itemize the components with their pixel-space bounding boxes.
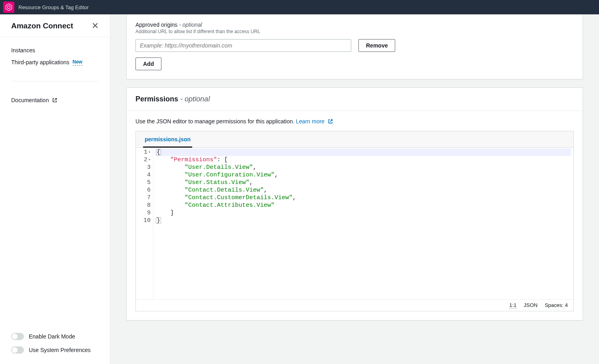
toggle-system-preferences[interactable]: Use System Preferences <box>11 343 99 357</box>
topbar: Resource Groups & Tag Editor <box>0 0 599 14</box>
line-gutter: 1▾2▾345678910 <box>136 148 153 299</box>
topbar-title[interactable]: Resource Groups & Tag Editor <box>18 4 89 10</box>
sidebar-item-instances[interactable]: Instances <box>11 44 99 56</box>
approved-origins-panel: Approved origins - optional Additional U… <box>126 14 583 79</box>
cursor-position[interactable]: 1:1 <box>509 302 516 309</box>
permissions-title: Permissions - optional <box>135 95 210 103</box>
code-editor[interactable]: 1▾2▾345678910 { "Permissions": [ "User.D… <box>136 148 573 299</box>
approved-origins-subtitle: Additional URL to allow list if differen… <box>135 29 574 34</box>
remove-button[interactable]: Remove <box>358 39 395 52</box>
json-editor: permissions.json 1▾2▾345678910 { "Permis… <box>135 131 574 311</box>
toggle-switch[interactable] <box>11 333 24 340</box>
sidebar: Amazon Connect ✕ Instances Third-party a… <box>0 14 110 364</box>
svg-point-1 <box>8 6 10 9</box>
add-button[interactable]: Add <box>135 57 161 70</box>
toggle-switch[interactable] <box>11 346 24 354</box>
approved-origin-input[interactable] <box>135 39 351 52</box>
sidebar-item-third-party[interactable]: Third-party applications New <box>11 56 99 68</box>
editor-tab-permissions[interactable]: permissions.json <box>143 131 192 148</box>
aws-logo-icon[interactable] <box>3 2 14 13</box>
code-content[interactable]: { "Permissions": [ "User.Details.View", … <box>153 148 573 299</box>
close-icon[interactable]: ✕ <box>92 22 99 30</box>
sidebar-item-documentation[interactable]: Documentation <box>11 94 99 106</box>
external-link-icon <box>328 119 333 124</box>
external-link-icon <box>52 97 58 103</box>
editor-language[interactable]: JSON <box>524 302 538 309</box>
main-content: Approved origins - optional Additional U… <box>110 14 599 364</box>
editor-status-bar: 1:1 JSON Spaces: 4 <box>136 299 573 311</box>
new-badge: New <box>73 59 83 65</box>
learn-more-link[interactable]: Learn more <box>296 118 333 125</box>
toggle-dark-mode[interactable]: Enable Dark Mode <box>11 330 99 343</box>
sidebar-title: Amazon Connect <box>11 22 73 30</box>
permissions-description: Use the JSON editor to manage permission… <box>135 118 295 125</box>
svg-marker-0 <box>6 4 12 11</box>
permissions-panel: Permissions - optional Use the JSON edit… <box>126 87 583 320</box>
approved-origins-label: Approved origins - optional <box>135 22 574 28</box>
editor-spaces[interactable]: Spaces: 4 <box>545 302 568 309</box>
